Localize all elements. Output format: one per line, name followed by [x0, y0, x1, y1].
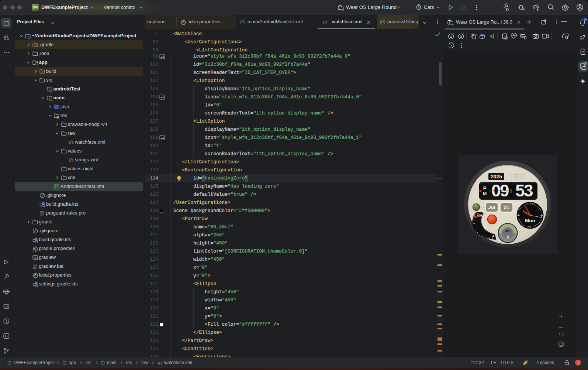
svg-text:2025: 2025: [491, 174, 502, 179]
svg-text:53: 53: [515, 181, 533, 200]
svg-text:P: P: [483, 185, 487, 191]
svg-text:1: 1: [450, 34, 452, 38]
svg-text:Mon: Mon: [525, 218, 535, 223]
svg-text:0: 0: [507, 235, 509, 239]
svg-text:2: 2: [460, 34, 462, 38]
svg-text:M: M: [483, 191, 487, 196]
svg-text:09: 09: [491, 181, 509, 200]
svg-text:21: 21: [504, 205, 509, 210]
svg-text:Jul: Jul: [488, 205, 495, 210]
